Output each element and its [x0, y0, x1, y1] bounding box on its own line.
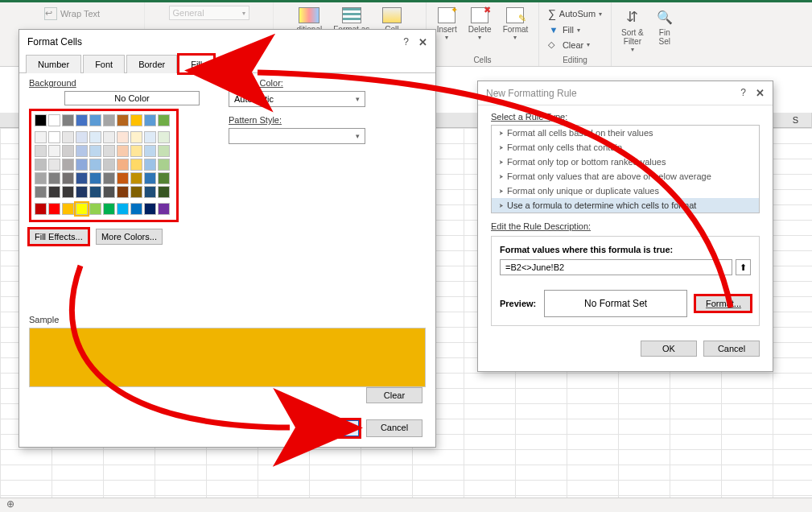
color-swatch[interactable] [76, 114, 88, 126]
color-swatch[interactable] [76, 186, 88, 198]
color-swatch[interactable] [144, 186, 156, 198]
color-swatch[interactable] [48, 186, 60, 198]
color-swatch[interactable] [130, 172, 142, 184]
rule-type-item[interactable]: Use a formula to determine which cells t… [492, 198, 759, 213]
color-swatch[interactable] [76, 145, 88, 157]
color-swatch[interactable] [48, 131, 60, 143]
color-swatch[interactable] [117, 145, 129, 157]
color-swatch[interactable] [117, 172, 129, 184]
autosum-button[interactable]: ∑AutoSum ▾ [548, 6, 602, 22]
color-swatch[interactable] [103, 114, 115, 126]
pattern-color-combo[interactable]: Automatic▾ [229, 91, 365, 107]
color-swatch[interactable] [48, 145, 60, 157]
format-button[interactable]: ✎ Format▾ [500, 6, 532, 43]
clear-button[interactable]: ◇Clear ▾ [548, 38, 590, 52]
color-swatch[interactable] [35, 114, 47, 126]
range-selector-icon[interactable]: ⬆ [736, 259, 751, 275]
help-icon[interactable]: ? [403, 36, 409, 48]
color-swatch[interactable] [48, 172, 60, 184]
color-swatch[interactable] [130, 114, 142, 126]
no-color-button[interactable]: No Color [64, 91, 200, 105]
pattern-style-combo[interactable]: ▾ [229, 128, 365, 144]
rule-type-item[interactable]: Format all cells based on their values [492, 126, 759, 140]
color-swatch[interactable] [130, 159, 142, 171]
color-swatch[interactable] [103, 159, 115, 171]
format-cells-title-bar[interactable]: Format Cells ? ✕ [19, 30, 435, 54]
close-icon[interactable]: ✕ [756, 87, 765, 99]
color-swatch[interactable] [117, 131, 129, 143]
formula-input[interactable]: =B2<>June!B2 [500, 259, 732, 275]
cancel-button[interactable]: Cancel [703, 341, 760, 357]
color-swatch[interactable] [48, 114, 60, 126]
find-select-button[interactable]: 🔍 Fin Sel [652, 6, 678, 47]
color-swatch[interactable] [117, 186, 129, 198]
fill-effects-button[interactable]: Fill Effects... [29, 229, 89, 245]
color-swatch[interactable] [144, 203, 156, 215]
tab-number[interactable]: Number [26, 55, 81, 73]
ok-button[interactable]: OK [299, 419, 360, 437]
rule-type-item[interactable]: Format only top or bottom ranked values [492, 155, 759, 169]
color-swatch[interactable] [158, 203, 170, 215]
help-icon[interactable]: ? [740, 87, 746, 99]
ok-button[interactable]: OK [641, 341, 697, 357]
color-swatch[interactable] [48, 159, 60, 171]
rule-type-item[interactable]: Format only cells that contain [492, 140, 759, 155]
rule-type-item[interactable]: Format only unique or duplicate values [492, 184, 759, 198]
tab-font[interactable]: Font [83, 55, 125, 73]
color-swatch[interactable] [48, 203, 60, 215]
color-swatch[interactable] [89, 131, 101, 143]
close-icon[interactable]: ✕ [418, 36, 427, 48]
color-swatch[interactable] [144, 145, 156, 157]
color-swatch[interactable] [117, 114, 129, 126]
color-swatch[interactable] [158, 186, 170, 198]
new-sheet-icon[interactable]: ⊕ [0, 497, 21, 511]
delete-button[interactable]: ✖ Delete▾ [465, 6, 495, 43]
color-swatch[interactable] [130, 131, 142, 143]
color-swatch[interactable] [117, 203, 129, 215]
column-header-S[interactable]: S [780, 113, 812, 128]
color-swatch[interactable] [130, 203, 142, 215]
color-swatch[interactable] [158, 145, 170, 157]
format-button[interactable]: Format... [695, 295, 751, 312]
color-swatch[interactable] [76, 131, 88, 143]
color-swatch[interactable] [158, 114, 170, 126]
color-swatch[interactable] [103, 203, 115, 215]
color-swatch[interactable] [158, 159, 170, 171]
color-swatch[interactable] [35, 172, 47, 184]
color-swatch[interactable] [103, 172, 115, 184]
color-swatch[interactable] [62, 203, 74, 215]
sort-filter-button[interactable]: ⇵ Sort & Filter▾ [618, 6, 647, 55]
color-swatch[interactable] [158, 172, 170, 184]
new-rule-title-bar[interactable]: New Formatting Rule ? ✕ [478, 81, 773, 105]
wrap-text-button[interactable]: ↩ Wrap Text [44, 6, 100, 22]
color-swatch[interactable] [103, 131, 115, 143]
color-swatch[interactable] [144, 131, 156, 143]
color-swatch[interactable] [89, 159, 101, 171]
color-swatch[interactable] [35, 159, 47, 171]
tab-border[interactable]: Border [126, 55, 177, 73]
color-swatch[interactable] [35, 203, 47, 215]
color-swatch[interactable] [89, 186, 101, 198]
tab-fill[interactable]: Fill [179, 55, 214, 73]
insert-button[interactable]: ✦ Insert▾ [434, 6, 460, 43]
color-swatch[interactable] [144, 114, 156, 126]
color-swatch[interactable] [62, 186, 74, 198]
color-swatch[interactable] [89, 114, 101, 126]
color-swatch[interactable] [35, 131, 47, 143]
rule-type-list[interactable]: Format all cells based on their valuesFo… [491, 125, 760, 213]
color-swatch[interactable] [62, 114, 74, 126]
color-swatch[interactable] [62, 145, 74, 157]
color-swatch[interactable] [76, 159, 88, 171]
color-swatch[interactable] [158, 131, 170, 143]
color-swatch[interactable] [117, 159, 129, 171]
color-swatch[interactable] [76, 172, 88, 184]
color-swatch[interactable] [144, 172, 156, 184]
clear-button[interactable]: Clear [366, 387, 422, 403]
color-swatch[interactable] [62, 159, 74, 171]
color-swatch[interactable] [130, 145, 142, 157]
cancel-button[interactable]: Cancel [366, 419, 422, 437]
sheet-tab-bar[interactable]: ⊕ [0, 498, 812, 512]
fill-button[interactable]: ▼Fill ▾ [548, 23, 580, 36]
color-swatch[interactable] [35, 145, 47, 157]
color-swatch[interactable] [62, 131, 74, 143]
